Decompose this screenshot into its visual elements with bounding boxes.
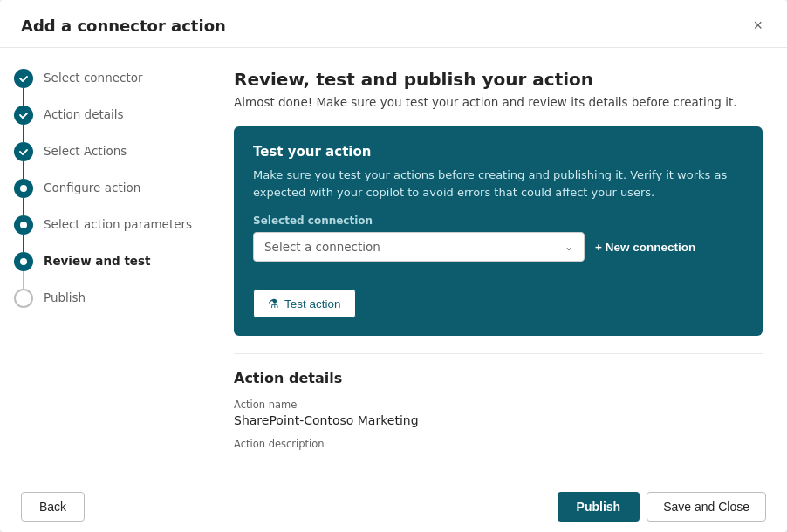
step-label-select-actions: Select Actions <box>44 144 127 158</box>
modal-body: Select connector Action details <box>0 48 787 481</box>
sidebar-item-configure-action[interactable]: Configure action <box>14 179 195 215</box>
add-connector-modal: Add a connector action × Select connecto… <box>0 0 787 532</box>
connection-select-text: Select a connection <box>264 240 565 254</box>
modal-footer: Back Publish Save and Close <box>0 481 787 532</box>
step-label-publish: Publish <box>44 290 86 304</box>
connection-row: Select a connection ⌄ + New connection <box>253 232 743 262</box>
section-divider <box>234 353 763 354</box>
step-label-select-action-parameters: Select action parameters <box>44 217 192 231</box>
step-icon-select-actions <box>14 142 33 161</box>
action-name-field: Action name SharePoint-Contoso Marketing <box>234 399 763 427</box>
step-icon-select-action-parameters <box>14 215 33 235</box>
sidebar-item-review-and-test[interactable]: Review and test <box>14 252 195 289</box>
step-icon-action-details <box>14 106 33 125</box>
step-label-configure-action: Configure action <box>44 181 140 194</box>
sidebar: Select connector Action details <box>0 48 209 481</box>
step-label-review-and-test: Review and test <box>44 254 151 268</box>
test-card-description: Make sure you test your actions before c… <box>253 167 743 201</box>
main-content: Review, test and publish your action Alm… <box>209 48 787 481</box>
step-icon-select-connector <box>14 69 33 88</box>
connection-select-dropdown[interactable]: Select a connection ⌄ <box>253 232 585 262</box>
action-description-label: Action description <box>234 438 763 450</box>
sidebar-item-publish[interactable]: Publish <box>14 289 195 324</box>
action-details-section-title: Action details <box>234 370 763 386</box>
action-description-field: Action description <box>234 438 763 453</box>
close-button[interactable]: × <box>749 14 766 37</box>
test-card-title: Test your action <box>253 144 743 160</box>
modal-title: Add a connector action <box>21 17 226 35</box>
save-close-button[interactable]: Save and Close <box>647 492 766 522</box>
sidebar-item-action-details[interactable]: Action details <box>14 106 195 142</box>
chevron-down-icon: ⌄ <box>565 241 573 253</box>
card-divider <box>253 276 743 276</box>
page-title: Review, test and publish your action <box>234 69 763 90</box>
page-subtitle: Almost done! Make sure you test your act… <box>234 95 763 109</box>
action-name-label: Action name <box>234 399 763 411</box>
back-button[interactable]: Back <box>21 492 85 522</box>
step-label-select-connector: Select connector <box>44 71 143 85</box>
modal-header: Add a connector action × <box>0 0 787 48</box>
footer-right-buttons: Publish Save and Close <box>558 492 766 522</box>
sidebar-item-select-actions[interactable]: Select Actions <box>14 142 195 179</box>
step-label-action-details: Action details <box>44 107 124 121</box>
sidebar-item-select-connector[interactable]: Select connector <box>14 69 195 106</box>
selected-connection-label: Selected connection <box>253 215 743 227</box>
step-icon-review-and-test <box>14 252 33 271</box>
sidebar-item-select-action-parameters[interactable]: Select action parameters <box>14 215 195 252</box>
flask-icon: ⚗ <box>268 297 279 310</box>
test-action-card: Test your action Make sure you test your… <box>234 126 763 336</box>
step-icon-configure-action <box>14 179 33 198</box>
action-name-value: SharePoint-Contoso Marketing <box>234 413 763 427</box>
publish-button[interactable]: Publish <box>558 492 640 522</box>
test-action-button[interactable]: ⚗ Test action <box>253 289 356 318</box>
test-action-label: Test action <box>284 297 341 310</box>
step-icon-publish <box>14 289 33 308</box>
new-connection-button[interactable]: + New connection <box>595 241 695 254</box>
